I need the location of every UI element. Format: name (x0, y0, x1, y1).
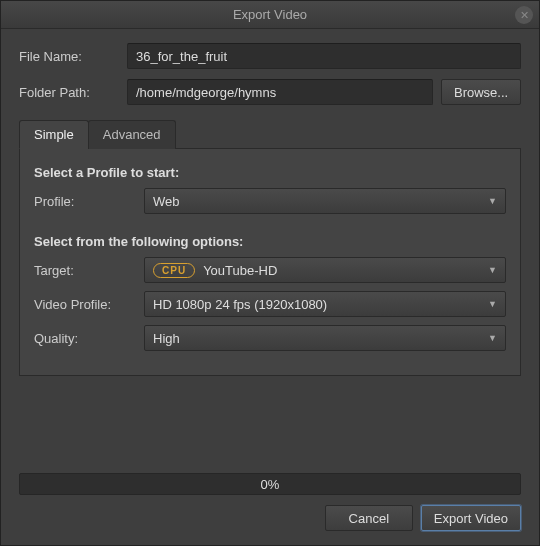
browse-button[interactable]: Browse... (441, 79, 521, 105)
dialog-content: File Name: Folder Path: Browse... Simple… (1, 29, 539, 473)
target-label: Target: (34, 263, 144, 278)
dialog-footer: Cancel Export Video (1, 505, 539, 545)
file-name-row: File Name: (19, 43, 521, 69)
close-icon: ✕ (520, 9, 529, 22)
profile-label: Profile: (34, 194, 144, 209)
file-name-label: File Name: (19, 49, 127, 64)
dialog-title: Export Video (233, 7, 307, 22)
profile-value: Web (153, 194, 180, 209)
video-profile-row: Video Profile: HD 1080p 24 fps (1920x108… (34, 291, 506, 317)
tab-simple[interactable]: Simple (19, 120, 89, 149)
folder-path-input[interactable] (127, 79, 433, 105)
tab-panel-simple: Select a Profile to start: Profile: Web … (19, 149, 521, 376)
quality-value: High (153, 331, 180, 346)
tabs-container: Simple Advanced Select a Profile to star… (19, 119, 521, 376)
quality-combo[interactable]: High ▼ (144, 325, 506, 351)
target-value: YouTube-HD (203, 263, 277, 278)
video-profile-label: Video Profile: (34, 297, 144, 312)
folder-path-row: Folder Path: Browse... (19, 79, 521, 105)
options-section-heading: Select from the following options: (34, 234, 506, 249)
chevron-down-icon: ▼ (488, 196, 497, 206)
progress-text: 0% (261, 477, 280, 492)
progress-bar: 0% (19, 473, 521, 495)
export-video-dialog: Export Video ✕ File Name: Folder Path: B… (0, 0, 540, 546)
spacer (19, 376, 521, 463)
quality-label: Quality: (34, 331, 144, 346)
close-button[interactable]: ✕ (515, 6, 533, 24)
tab-advanced[interactable]: Advanced (88, 120, 176, 149)
video-profile-value: HD 1080p 24 fps (1920x1080) (153, 297, 327, 312)
file-name-input[interactable] (127, 43, 521, 69)
quality-row: Quality: High ▼ (34, 325, 506, 351)
target-row: Target: CPU YouTube-HD ▼ (34, 257, 506, 283)
folder-path-label: Folder Path: (19, 85, 127, 100)
chevron-down-icon: ▼ (488, 265, 497, 275)
chevron-down-icon: ▼ (488, 299, 497, 309)
profile-row: Profile: Web ▼ (34, 188, 506, 214)
chevron-down-icon: ▼ (488, 333, 497, 343)
target-combo[interactable]: CPU YouTube-HD ▼ (144, 257, 506, 283)
video-profile-combo[interactable]: HD 1080p 24 fps (1920x1080) ▼ (144, 291, 506, 317)
export-video-button[interactable]: Export Video (421, 505, 521, 531)
profile-section-heading: Select a Profile to start: (34, 165, 506, 180)
tab-strip: Simple Advanced (19, 119, 521, 149)
profile-combo[interactable]: Web ▼ (144, 188, 506, 214)
cancel-button[interactable]: Cancel (325, 505, 413, 531)
cpu-badge: CPU (153, 263, 195, 278)
titlebar: Export Video ✕ (1, 1, 539, 29)
